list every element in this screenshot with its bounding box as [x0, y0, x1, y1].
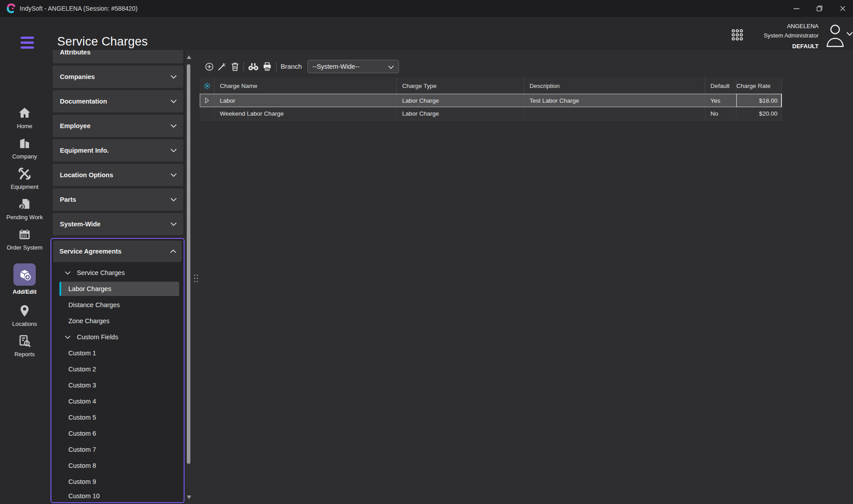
charges-table: Charge Name Charge Type Description Defa…	[200, 78, 782, 121]
chevron-down-icon	[170, 197, 177, 202]
scroll-up-arrow[interactable]	[187, 55, 191, 59]
branch-dropdown-value: --System-Wide--	[308, 63, 360, 70]
titlebar: IndySoft - ANGELENA (Session: #588420)	[0, 0, 853, 17]
toolbar-separator	[276, 62, 277, 71]
find-button[interactable]	[246, 60, 261, 73]
tree-item-custom-3[interactable]: Custom 3	[51, 377, 184, 393]
tree-item-service-charges[interactable]: Service Charges	[51, 265, 184, 281]
accordion-section-parts[interactable]: Parts	[53, 188, 183, 211]
column-header-charge-type[interactable]: Charge Type	[397, 78, 524, 94]
tree-item-custom-4[interactable]: Custom 4	[51, 393, 184, 409]
accordion-section-location-options[interactable]: Location Options	[53, 164, 183, 186]
delete-button[interactable]	[229, 60, 241, 73]
tree-item-zone-charges[interactable]: Zone Charges	[51, 313, 184, 329]
table-header-row: Charge Name Charge Type Description Defa…	[200, 78, 782, 94]
cell-charge-rate: $18.00	[736, 94, 782, 107]
tree-item-custom-7[interactable]: Custom 7	[51, 442, 184, 458]
minimize-button[interactable]	[786, 0, 807, 17]
tree-item-custom-8[interactable]: Custom 8	[51, 458, 184, 474]
scroll-down-arrow[interactable]	[187, 496, 191, 499]
equipment-icon	[17, 167, 32, 181]
chevron-down-icon	[170, 148, 177, 153]
avatar[interactable]	[824, 22, 847, 47]
user-name: ANGELENA	[764, 22, 819, 30]
accordion-section-system-wide[interactable]: System-Wide	[53, 213, 183, 235]
accordion-section-documentation[interactable]: Documentation	[53, 90, 183, 112]
tree-item-custom-10[interactable]: Custom 10	[51, 488, 184, 503]
accordion-section-attributes[interactable]: Attributes	[53, 50, 183, 63]
cell-default: No	[705, 107, 736, 120]
home-icon	[17, 106, 32, 120]
panel-splitter[interactable]	[193, 50, 200, 504]
close-button[interactable]	[832, 0, 853, 17]
add-button[interactable]	[203, 60, 215, 73]
table-row[interactable]: Labor Labor Charge Test Labor Charge Yes…	[200, 94, 782, 107]
column-header-default[interactable]: Default	[705, 78, 736, 94]
branch-label: Branch	[281, 60, 302, 73]
cell-description	[524, 107, 705, 120]
panel-scrollbar	[185, 50, 193, 504]
tree-item-custom-2[interactable]: Custom 2	[51, 361, 184, 377]
cell-charge-name: Weekend Labor Charge	[214, 107, 397, 120]
sidebar-item-equipment[interactable]: Equipment	[0, 167, 49, 190]
sidebar-item-add-edit[interactable]: Add/Edit	[0, 263, 49, 298]
row-expander-icon[interactable]	[200, 94, 214, 107]
sidebar-item-order-system[interactable]: Order System	[0, 227, 49, 251]
header: Service Charges ANGELENA System Administ…	[0, 17, 853, 50]
order-system-icon	[17, 227, 32, 242]
row-expander-placeholder	[200, 107, 214, 120]
column-header-charge-name[interactable]: Charge Name	[214, 78, 397, 94]
tree-item-custom-9[interactable]: Custom 9	[51, 474, 184, 490]
accordion-section-employee[interactable]: Employee	[53, 115, 183, 137]
sidebar-item-locations[interactable]: Locations	[0, 304, 49, 327]
cell-charge-type: Labor Charge	[397, 94, 524, 107]
user-menu-chevron-icon[interactable]	[846, 31, 853, 37]
user-info: ANGELENA System Administrator DEFAULT	[764, 22, 819, 52]
scrollbar-thumb[interactable]	[187, 64, 190, 464]
tree-item-distance-charges[interactable]: Distance Charges	[51, 297, 184, 313]
chevron-up-icon	[170, 249, 176, 254]
accordion-section-companies[interactable]: Companies	[53, 66, 183, 88]
tree-item-custom-6[interactable]: Custom 6	[51, 425, 184, 442]
table-row[interactable]: Weekend Labor Charge Labor Charge No $20…	[200, 107, 782, 121]
hamburger-menu-icon[interactable]	[21, 37, 34, 49]
pending-work-icon	[17, 197, 32, 211]
restore-button[interactable]	[809, 0, 830, 17]
cell-charge-rate: $20.00	[736, 107, 782, 120]
column-header-description[interactable]: Description	[524, 78, 705, 94]
cell-description: Test Labor Charge	[524, 94, 705, 107]
indysoft-logo-icon	[6, 4, 16, 13]
chevron-down-icon	[170, 173, 177, 177]
accordion-section-service-agreements-expanded: Service Agreements Service Charges Labor…	[50, 238, 185, 503]
toolbar-separator	[244, 62, 244, 71]
company-icon	[17, 136, 32, 150]
tree-item-custom-5[interactable]: Custom 5	[51, 409, 184, 425]
column-chooser-button[interactable]	[200, 78, 214, 94]
accordion-section-service-agreements[interactable]: Service Agreements	[53, 241, 182, 262]
print-button[interactable]	[261, 60, 273, 73]
window-title: IndySoft - ANGELENA (Session: #588420)	[20, 0, 138, 17]
navigation-panel: Attributes Companies Documentation Emplo…	[49, 50, 185, 504]
column-header-charge-rate[interactable]: Charge Rate	[736, 78, 782, 94]
chevron-down-icon	[170, 222, 177, 226]
sidebar-item-home[interactable]: Home	[0, 106, 49, 129]
tree-item-custom-fields[interactable]: Custom Fields	[51, 329, 184, 345]
sidebar-item-pending-work[interactable]: Pending Work	[0, 197, 49, 221]
accordion-section-equipment-info[interactable]: Equipment Info.	[53, 139, 183, 162]
chevron-down-icon	[170, 75, 177, 79]
sidebar-item-company[interactable]: Company	[0, 136, 49, 160]
sidebar-item-reports[interactable]: Reports	[0, 334, 49, 358]
chevron-down-icon	[170, 99, 177, 104]
add-edit-icon	[17, 267, 32, 282]
cell-default: Yes	[705, 94, 736, 107]
locations-icon	[17, 304, 32, 318]
branch-dropdown[interactable]: --System-Wide--	[307, 60, 399, 73]
tree-item-custom-1[interactable]: Custom 1	[51, 345, 184, 361]
apps-grid-icon[interactable]	[731, 29, 744, 41]
edit-button[interactable]	[216, 60, 227, 73]
toolbar: Branch --System-Wide--	[200, 60, 853, 73]
page-title: Service Charges	[57, 35, 148, 49]
tree-item-labor-charges[interactable]: Labor Charges	[51, 281, 184, 297]
chevron-down-icon	[388, 65, 394, 69]
chevron-down-icon	[170, 124, 177, 128]
